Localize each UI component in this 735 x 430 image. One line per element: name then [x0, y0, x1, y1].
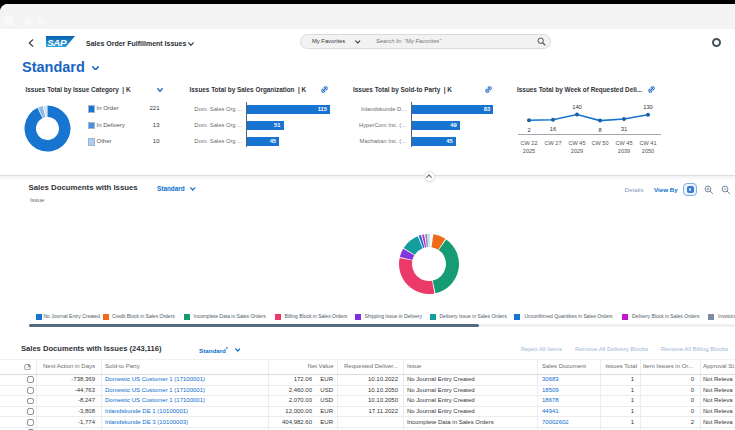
- svg-text:2: 2: [527, 127, 530, 133]
- svg-text:CW 41: CW 41: [639, 140, 656, 146]
- svg-text:130: 130: [643, 104, 653, 110]
- svg-text:CW 50: CW 50: [591, 140, 608, 146]
- svg-text:8: 8: [598, 127, 601, 133]
- svg-text:SAP: SAP: [47, 36, 67, 47]
- svg-text:CW 45: CW 45: [568, 140, 585, 146]
- svg-text:16: 16: [550, 126, 556, 132]
- svg-text:31: 31: [621, 126, 627, 132]
- svg-text:2029: 2029: [571, 148, 583, 154]
- svg-text:140: 140: [572, 104, 582, 110]
- svg-text:2039: 2039: [618, 148, 630, 154]
- svg-text:2025: 2025: [523, 148, 535, 154]
- svg-text:CW 27: CW 27: [544, 140, 561, 146]
- svg-text:CW 45: CW 45: [615, 140, 632, 146]
- svg-text:CW 22: CW 22: [520, 140, 537, 146]
- svg-text:2050: 2050: [642, 148, 654, 154]
